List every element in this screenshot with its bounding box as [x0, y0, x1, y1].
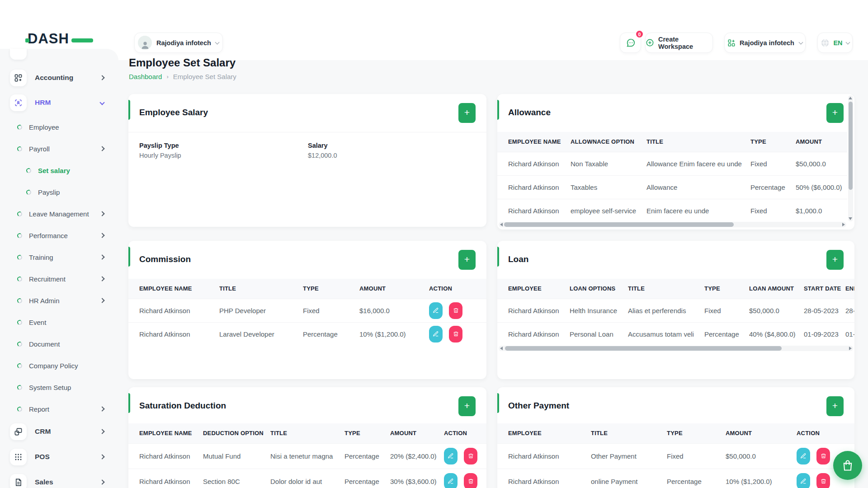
table-cell: 50% ($6,000.0)	[796, 175, 847, 199]
column-header: LOAN AMOUNT	[749, 279, 804, 299]
scroll-right-arrow[interactable]	[849, 347, 852, 350]
messages-count-badge: 0	[635, 30, 644, 38]
saturation-deduction-card: Saturation Deduction + EMPLOYEE NAMEDEDU…	[128, 387, 486, 488]
sales-document-icon	[10, 474, 27, 488]
sidebar-item-crm[interactable]: CRM	[5, 422, 116, 441]
edit-button[interactable]	[444, 473, 458, 488]
sidebar-item-event[interactable]: Event	[5, 312, 116, 332]
sidebar-item-company-policy[interactable]: Company Policy	[5, 356, 116, 375]
scroll-left-arrow[interactable]	[500, 347, 503, 350]
bullet-icon	[17, 319, 23, 325]
sidebar-item-payslip[interactable]: Payslip	[5, 182, 116, 202]
sidebar-item-pos[interactable]: POS	[5, 447, 116, 467]
table-cell: $50,000.0	[726, 443, 797, 469]
delete-button[interactable]	[449, 302, 462, 319]
add-other-payment-button[interactable]: +	[826, 396, 844, 416]
edit-button[interactable]	[444, 448, 458, 465]
table-cell: Allowance Enim facere eu unde	[646, 152, 750, 175]
sidebar-item-label: Leave Management	[29, 210, 89, 218]
delete-button[interactable]	[816, 473, 830, 488]
chevron-down-icon	[845, 40, 850, 44]
column-header: DEDUCTION OPTION	[203, 423, 270, 443]
partial-menu-icon	[10, 49, 27, 60]
add-commission-button[interactable]: +	[458, 250, 476, 270]
vertical-scrollbar[interactable]	[848, 95, 853, 221]
create-workspace-button[interactable]: Create Workspace	[645, 33, 713, 53]
add-saturation-deduction-button[interactable]: +	[458, 396, 476, 416]
sidebar-item-label: Document	[29, 340, 60, 348]
column-header: AMOUNT	[390, 423, 444, 443]
sidebar-item-system-setup[interactable]: System Setup	[5, 377, 116, 397]
scrollbar-thumb[interactable]	[849, 102, 853, 190]
card-title: Saturation Deduction	[139, 401, 226, 411]
card-accent-bar	[497, 247, 499, 267]
table-cell: Percentage	[344, 469, 390, 488]
workspace-dropdown[interactable]: Rajodiya infotech	[724, 33, 806, 53]
user-avatar	[138, 36, 152, 50]
sidebar-item-performance[interactable]: Performance	[5, 225, 116, 245]
sidebar-item-hr-admin[interactable]: HR Admin	[5, 291, 116, 310]
sidebar-item-label: HR Admin	[29, 297, 60, 305]
sidebar-item-hrm[interactable]: HRM	[5, 93, 116, 113]
column-header: EMPLOYEE	[497, 279, 570, 299]
language-selector[interactable]: EN	[817, 33, 853, 53]
sidebar-item-label: Set salary	[38, 167, 70, 174]
bullet-icon	[17, 341, 23, 347]
edit-button[interactable]	[429, 302, 443, 319]
table-cell: Fixed	[667, 443, 726, 469]
sidebar-item-set-salary[interactable]: Set salary	[5, 160, 116, 180]
delete-button[interactable]	[464, 448, 477, 465]
table-cell: Richard Atkinson	[497, 469, 591, 488]
add-loan-button[interactable]: +	[826, 250, 844, 270]
chevron-right-icon	[99, 406, 104, 411]
workspace-switcher[interactable]: Rajodiya infotech	[134, 33, 223, 53]
sidebar-item-document[interactable]: Document	[5, 334, 116, 354]
edit-button[interactable]	[429, 326, 443, 343]
loan-table: EMPLOYEELOAN OPTIONSTITLETYPELOAN AMOUNT…	[497, 279, 854, 346]
column-header: EMPLOYEE NAME	[128, 423, 203, 443]
sidebar-item-training[interactable]: Training	[5, 247, 116, 267]
table-row: Richard AtkinsonTaxablesAllowancePercent…	[497, 175, 847, 199]
add-allowance-button[interactable]: +	[826, 103, 844, 123]
scrollbar-thumb[interactable]	[504, 222, 734, 227]
action-cell	[429, 299, 486, 322]
sidebar-item-sales[interactable]: Sales	[5, 472, 116, 488]
cart-floating-button[interactable]	[833, 451, 862, 480]
table-cell: online Payment	[591, 469, 667, 488]
app-logo[interactable]: DASH	[28, 31, 95, 50]
horizontal-scrollbar[interactable]	[499, 222, 846, 227]
sidebar-item-report[interactable]: Report	[5, 399, 116, 419]
scrollbar-thumb[interactable]	[505, 346, 782, 351]
bullet-icon	[17, 124, 23, 130]
sidebar-item-employee[interactable]: Employee	[5, 117, 116, 137]
delete-button[interactable]	[449, 326, 462, 343]
bullet-icon	[17, 276, 23, 282]
scroll-up-arrow[interactable]	[849, 97, 852, 99]
scroll-down-arrow[interactable]	[849, 217, 852, 220]
sidebar-item-leave-management[interactable]: Leave Management	[5, 204, 116, 224]
sidebar-item-recruitment[interactable]: Recruitment	[5, 269, 116, 289]
chevron-down-icon	[215, 40, 219, 44]
scroll-right-arrow[interactable]	[842, 223, 845, 226]
horizontal-scrollbar[interactable]	[499, 346, 853, 351]
salary-value: $12,000.0	[308, 152, 337, 159]
breadcrumb-dashboard-link[interactable]: Dashboard	[129, 73, 162, 80]
workspace-dropdown-label: Rajodiya infotech	[740, 39, 794, 47]
sidebar-item-label: Employee	[29, 123, 59, 131]
logo-accent-dash	[71, 38, 93, 42]
messages-button[interactable]: 0	[620, 33, 641, 53]
breadcrumb-current: Employee Set Salary	[173, 73, 236, 80]
delete-button[interactable]	[464, 473, 477, 488]
sidebar-item-accounting[interactable]: Accounting	[5, 68, 116, 88]
sidebar-item-payroll[interactable]: Payroll	[5, 139, 116, 159]
chevron-right-icon	[99, 298, 104, 303]
add-employee-salary-button[interactable]: +	[458, 103, 476, 123]
edit-button[interactable]	[797, 448, 810, 465]
edit-button[interactable]	[797, 473, 810, 488]
table-cell: Percentage	[704, 322, 749, 346]
scroll-left-arrow[interactable]	[500, 223, 503, 226]
delete-button[interactable]	[816, 448, 830, 465]
column-header: EMPLOYEE NAME	[497, 132, 571, 152]
card-title: Loan	[508, 254, 528, 264]
table-cell: 28-0	[845, 299, 854, 322]
